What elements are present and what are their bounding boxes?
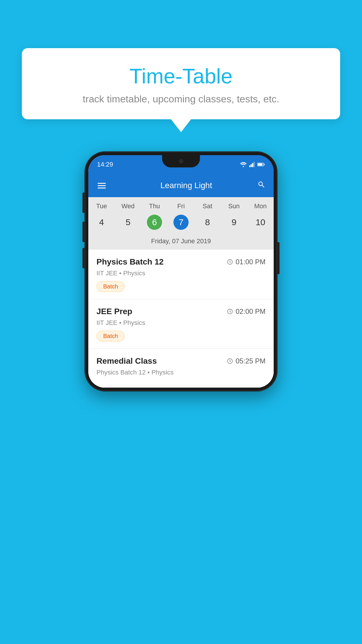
notch [162, 155, 200, 167]
schedule-item-1-tag: Batch [96, 281, 125, 292]
phone-wrapper: 14:29 [85, 152, 277, 391]
schedule-item-3-time: 05:25 PM [227, 357, 266, 365]
schedule-list: Physics Batch 12 01:00 PM IIT JEE • Phys… [88, 250, 274, 388]
schedule-item-3-header: Remedial Class 05:25 PM [96, 356, 266, 366]
day-numbers: 4 5 6 7 8 9 10 [88, 213, 274, 235]
tooltip-subtitle: track timetable, upcoming classes, tests… [39, 93, 323, 105]
schedule-item-1-time: 01:00 PM [227, 258, 266, 266]
schedule-item-3[interactable]: Remedial Class 05:25 PM Physics Batch 12… [88, 349, 274, 388]
schedule-item-2-time-text: 02:00 PM [236, 307, 266, 316]
app-bar: Learning Light [88, 174, 274, 197]
svg-rect-7 [264, 164, 265, 165]
schedule-item-2-tag: Batch [96, 331, 125, 342]
wifi-icon [240, 162, 247, 167]
schedule-item-2-header: JEE Prep 02:00 PM [96, 307, 266, 316]
day-10[interactable]: 10 [247, 217, 274, 227]
clock-icon-3 [227, 358, 233, 364]
clock-icon-1 [227, 259, 233, 265]
status-bar: 14:29 [88, 155, 274, 174]
day-header-tue: Tue [88, 202, 115, 210]
camera-dot [179, 159, 183, 163]
schedule-item-3-time-text: 05:25 PM [236, 357, 266, 365]
day-header-sat: Sat [194, 202, 221, 210]
schedule-item-2[interactable]: JEE Prep 02:00 PM IIT JEE • Physics Batc… [88, 299, 274, 349]
day-4[interactable]: 4 [88, 217, 115, 227]
schedule-item-2-title: JEE Prep [96, 307, 132, 316]
day-header-wed: Wed [115, 202, 141, 210]
schedule-item-1-title: Physics Batch 12 [96, 257, 164, 267]
day-5[interactable]: 5 [115, 217, 141, 227]
schedule-item-1-time-text: 01:00 PM [236, 258, 266, 266]
battery-icon [257, 162, 265, 167]
day-headers: Tue Wed Thu Fri Sat Sun Mon [88, 197, 274, 213]
day-header-mon: Mon [247, 202, 274, 210]
schedule-item-3-subtitle: Physics Batch 12 • Physics [96, 369, 266, 376]
signal-icon [249, 162, 255, 167]
day-9[interactable]: 9 [221, 217, 247, 227]
svg-rect-4 [254, 162, 255, 167]
schedule-item-2-subtitle: IIT JEE • Physics [96, 319, 266, 327]
schedule-item-1-header: Physics Batch 12 01:00 PM [96, 257, 266, 267]
day-header-sun: Sun [221, 202, 247, 210]
svg-rect-6 [258, 164, 263, 166]
svg-point-0 [243, 166, 244, 167]
day-6-today[interactable]: 6 [141, 215, 168, 230]
phone-frame: 14:29 [85, 152, 277, 391]
schedule-item-2-time: 02:00 PM [227, 307, 266, 316]
svg-rect-3 [252, 163, 253, 167]
search-icon[interactable] [257, 181, 266, 191]
day-header-thu: Thu [141, 202, 168, 210]
schedule-item-3-title: Remedial Class [96, 356, 157, 366]
day-8[interactable]: 8 [194, 217, 221, 227]
hamburger-menu-icon[interactable] [96, 182, 107, 190]
schedule-item-1[interactable]: Physics Batch 12 01:00 PM IIT JEE • Phys… [88, 250, 274, 299]
day-header-fri: Fri [168, 202, 194, 210]
calendar-section: Tue Wed Thu Fri Sat Sun Mon 4 5 6 7 8 9 … [88, 197, 274, 250]
selected-date-label: Friday, 07 June 2019 [88, 235, 274, 250]
day-7-selected[interactable]: 7 [168, 215, 194, 230]
clock-icon-2 [227, 308, 233, 315]
tooltip-title: Time-Table [39, 64, 323, 88]
tooltip-card: Time-Table track timetable, upcoming cla… [22, 48, 340, 119]
app-bar-title: Learning Light [113, 181, 260, 190]
svg-rect-2 [251, 164, 252, 167]
status-time: 14:29 [97, 161, 113, 168]
status-icons [240, 162, 265, 167]
schedule-item-1-subtitle: IIT JEE • Physics [96, 270, 266, 277]
phone-screen: 14:29 [88, 155, 274, 388]
svg-rect-1 [249, 165, 250, 167]
